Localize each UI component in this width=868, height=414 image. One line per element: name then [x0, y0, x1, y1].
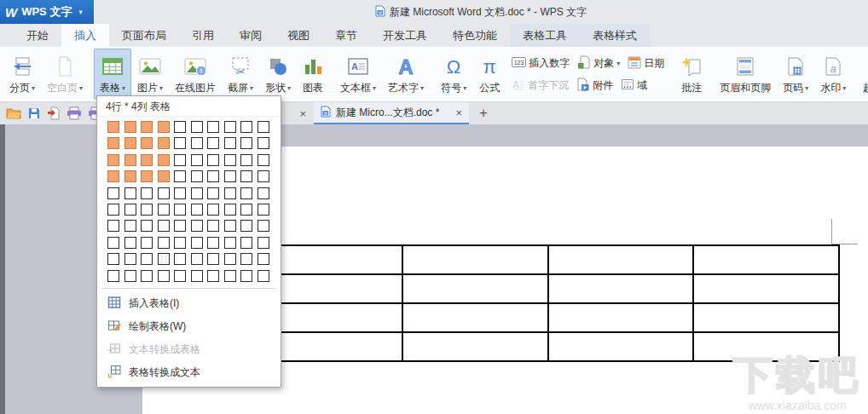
grid-cell-r4c9[interactable]: [240, 170, 252, 182]
grid-cell-r5c4[interactable]: [158, 187, 170, 199]
grid-cell-r1c4[interactable]: [158, 121, 170, 133]
grid-cell-r1c8[interactable]: [224, 121, 236, 133]
grid-cell-r3c6[interactable]: [191, 154, 203, 166]
grid-cell-r9c4[interactable]: [158, 253, 170, 265]
grid-cell-r7c6[interactable]: [191, 220, 203, 232]
grid-cell-r2c5[interactable]: [174, 137, 186, 149]
grid-cell-r1c9[interactable]: [240, 121, 252, 133]
ribbon-button-附件[interactable]: 附件: [576, 78, 613, 94]
grid-cell-r5c1[interactable]: [107, 187, 119, 199]
grid-cell-r6c4[interactable]: [158, 204, 170, 216]
ribbon-button-对象[interactable]: 对象▾: [577, 55, 620, 72]
ribbon-tab-插入[interactable]: 插入: [61, 24, 109, 47]
grid-cell-r2c7[interactable]: [207, 137, 219, 149]
table-cell-r3c2[interactable]: [403, 304, 547, 331]
grid-cell-r8c1[interactable]: [107, 237, 119, 249]
ribbon-button-图表[interactable]: 图表: [297, 49, 329, 100]
wps-menu-button[interactable]: W WPS 文字 ▾: [0, 0, 94, 24]
grid-cell-r3c1[interactable]: [107, 154, 119, 166]
grid-cell-r4c6[interactable]: [191, 170, 203, 182]
new-tab-button[interactable]: +: [469, 102, 498, 124]
grid-cell-r7c5[interactable]: [174, 220, 186, 232]
grid-cell-r8c5[interactable]: [174, 237, 186, 249]
grid-cell-r6c6[interactable]: [191, 204, 203, 216]
grid-cell-r1c7[interactable]: [207, 121, 219, 133]
table-cell-r3c3[interactable]: [549, 304, 693, 331]
table-cell-r4c4[interactable]: [694, 333, 838, 360]
ribbon-button-批注[interactable]: 批注: [674, 49, 709, 100]
ribbon-tab-章节[interactable]: 章节: [322, 24, 370, 47]
grid-cell-r6c9[interactable]: [240, 204, 252, 216]
grid-cell-r9c6[interactable]: [191, 253, 203, 265]
table-cell-r2c2[interactable]: [403, 275, 547, 302]
menu-item-表格转换成文本[interactable]: 表格转换成文本: [97, 361, 281, 384]
grid-cell-r10c5[interactable]: [174, 270, 186, 282]
ribbon-tab-引用[interactable]: 引用: [179, 24, 227, 47]
grid-cell-r8c4[interactable]: [158, 237, 170, 249]
ribbon-button-首字下沉[interactable]: A首字下沉: [512, 78, 569, 94]
grid-cell-r6c10[interactable]: [258, 204, 269, 216]
grid-cell-r1c2[interactable]: [124, 121, 136, 133]
ribbon-tab-审阅[interactable]: 审阅: [227, 24, 275, 47]
grid-cell-r2c1[interactable]: [107, 137, 119, 149]
ribbon-button-日期[interactable]: 日期: [628, 55, 664, 72]
grid-cell-r3c4[interactable]: [158, 154, 170, 166]
grid-cell-r5c6[interactable]: [191, 187, 203, 199]
ribbon-button-公式[interactable]: π公式: [472, 49, 506, 100]
grid-cell-r6c2[interactable]: [124, 204, 136, 216]
table-cell-r1c2[interactable]: [403, 246, 547, 273]
ribbon-button-在线图片[interactable]: 在线图片: [169, 49, 222, 100]
ribbon-button-符号[interactable]: Ω符号▾: [435, 49, 472, 100]
grid-cell-r2c9[interactable]: [240, 137, 252, 149]
ribbon-button-插入数字[interactable]: 123插入数字: [512, 55, 570, 72]
grid-cell-r6c1[interactable]: [107, 204, 119, 216]
grid-cell-r9c5[interactable]: [174, 253, 186, 265]
grid-cell-r4c3[interactable]: [141, 170, 153, 182]
grid-cell-r1c10[interactable]: [258, 121, 269, 133]
ribbon-tab-开始[interactable]: 开始: [14, 24, 61, 47]
grid-cell-r3c5[interactable]: [174, 154, 186, 166]
grid-cell-r4c5[interactable]: [174, 170, 186, 182]
grid-cell-r3c9[interactable]: [240, 154, 252, 166]
grid-cell-r10c9[interactable]: [240, 270, 252, 282]
grid-cell-r7c7[interactable]: [207, 220, 219, 232]
grid-cell-r5c3[interactable]: [141, 187, 153, 199]
grid-cell-r4c2[interactable]: [124, 170, 136, 182]
grid-cell-r5c2[interactable]: [124, 187, 136, 199]
grid-cell-r8c8[interactable]: [224, 237, 236, 249]
grid-cell-r2c4[interactable]: [158, 137, 170, 149]
grid-cell-r9c9[interactable]: [240, 253, 252, 265]
grid-cell-r4c7[interactable]: [207, 170, 219, 182]
ribbon-tab-特色功能[interactable]: 特色功能: [440, 24, 510, 47]
table-cell-r4c2[interactable]: [403, 333, 547, 360]
grid-cell-r1c6[interactable]: [191, 121, 203, 133]
ribbon-button-页码[interactable]: 页码▾: [777, 49, 814, 100]
ribbon-button-超链接[interactable]: 超链接: [857, 49, 868, 100]
grid-cell-r9c8[interactable]: [224, 253, 236, 265]
grid-cell-r7c1[interactable]: [107, 220, 119, 232]
grid-cell-r10c2[interactable]: [124, 270, 136, 282]
grid-cell-r10c7[interactable]: [207, 270, 219, 282]
grid-cell-r10c8[interactable]: [224, 270, 236, 282]
ribbon-button-页眉和页脚[interactable]: 页眉和页脚: [714, 49, 777, 100]
ribbon-button-截屏[interactable]: ✂截屏▾: [222, 49, 259, 100]
grid-cell-r7c4[interactable]: [158, 220, 170, 232]
ribbon-button-图片[interactable]: 图片▾: [131, 49, 169, 100]
grid-cell-r1c1[interactable]: [107, 121, 119, 133]
save-icon[interactable]: [27, 106, 41, 120]
ribbon-tab-视图[interactable]: 视图: [275, 24, 322, 47]
ribbon-button-文本框[interactable]: A文本框▾: [334, 49, 382, 100]
grid-cell-r3c8[interactable]: [224, 154, 236, 166]
grid-cell-r10c4[interactable]: [158, 270, 170, 282]
grid-cell-r2c10[interactable]: [258, 137, 269, 149]
grid-cell-r7c9[interactable]: [240, 220, 252, 232]
grid-cell-r8c9[interactable]: [240, 237, 252, 249]
grid-cell-r9c10[interactable]: [258, 253, 269, 265]
grid-cell-r5c9[interactable]: [240, 187, 252, 199]
grid-cell-r3c7[interactable]: [207, 154, 219, 166]
open-folder-icon[interactable]: [6, 106, 21, 120]
grid-cell-r3c10[interactable]: [258, 154, 269, 166]
menu-item-绘制表格(W)[interactable]: 绘制表格(W): [97, 315, 281, 338]
grid-cell-r5c10[interactable]: [258, 187, 269, 199]
ribbon-tab-页面布局[interactable]: 页面布局: [109, 24, 179, 47]
